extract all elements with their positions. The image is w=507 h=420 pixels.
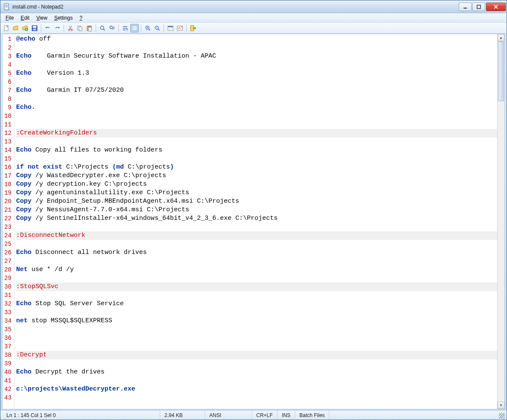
menu-edit[interactable]: Edit xyxy=(17,14,33,22)
browse-icon[interactable] xyxy=(21,24,29,32)
titlebar[interactable]: install.cmd - Notepad2 xyxy=(0,0,507,13)
code-line[interactable]: Echo Stop SQL Server Service xyxy=(16,300,503,308)
code-line[interactable] xyxy=(16,334,503,342)
cut-icon[interactable] xyxy=(66,24,75,32)
code-line[interactable]: Copy /y Endpoint_Setup.MBEndpointAgent.x… xyxy=(16,197,503,206)
line-number: 7 xyxy=(4,86,12,95)
undo-icon[interactable] xyxy=(44,24,52,32)
code-line[interactable]: :StopSQLSvc xyxy=(16,283,503,291)
scroll-down-button[interactable]: ▼ xyxy=(498,402,504,409)
code-line[interactable] xyxy=(16,223,503,231)
code-line[interactable]: if not exist C:\Projects (md C:\projects… xyxy=(16,163,503,172)
code-line[interactable] xyxy=(16,78,503,86)
editor[interactable]: 1234567891011121314151617181920212223242… xyxy=(2,34,505,409)
zoom-in-icon[interactable] xyxy=(144,24,152,32)
paste-icon[interactable] xyxy=(85,24,94,32)
replace-icon[interactable] xyxy=(108,24,116,32)
statusbar: Ln 1 : 145 Col 1 Sel 0 2.94 KB ANSI CR+L… xyxy=(0,410,507,420)
vertical-scrollbar[interactable]: ▲ ▼ xyxy=(497,34,504,409)
resize-grip-icon[interactable] xyxy=(499,413,505,419)
code-line[interactable] xyxy=(16,120,503,129)
code-line[interactable]: @echo off xyxy=(16,35,503,44)
code-line[interactable] xyxy=(16,112,503,120)
code-line[interactable] xyxy=(16,342,503,351)
menu-help[interactable]: ? xyxy=(76,14,86,22)
code-line[interactable]: :CreateWorkingFolders xyxy=(16,129,503,137)
app-window: install.cmd - Notepad2 File Edit View Se… xyxy=(0,0,507,420)
code-line[interactable] xyxy=(16,257,503,265)
line-number: 22 xyxy=(4,214,12,223)
code-line[interactable] xyxy=(16,325,503,334)
code-line[interactable]: Echo Version 1.3 xyxy=(16,69,503,78)
line-number: 39 xyxy=(4,359,12,368)
menu-view[interactable]: View xyxy=(33,14,51,22)
menu-file[interactable]: File xyxy=(2,14,17,22)
wordwrap-icon[interactable] xyxy=(121,24,129,32)
menu-settings[interactable]: Settings xyxy=(51,14,76,22)
code-line[interactable]: Copy /y decryption.key C:\projects xyxy=(16,180,503,189)
code-line[interactable]: Copy /y agentuninstallutility.exe C:\Pro… xyxy=(16,189,503,197)
maximize-button[interactable] xyxy=(472,3,485,11)
redo-icon[interactable] xyxy=(53,24,62,32)
status-eol[interactable]: CR+LF xyxy=(252,411,278,420)
code-area[interactable]: @echo off Echo Garmin Security Software … xyxy=(15,34,504,409)
line-number: 35 xyxy=(4,325,12,334)
code-line[interactable] xyxy=(16,376,503,385)
code-line[interactable]: Echo. xyxy=(16,103,503,112)
code-line[interactable] xyxy=(16,240,503,248)
status-lexer[interactable]: Batch Files xyxy=(295,411,329,420)
close-button[interactable] xyxy=(486,3,506,11)
line-number: 12 xyxy=(4,129,12,137)
status-filesize: 2.94 KB xyxy=(160,411,205,420)
line-number: 10 xyxy=(4,112,12,120)
scroll-track[interactable] xyxy=(498,41,504,402)
exit-icon[interactable] xyxy=(189,24,197,32)
code-line[interactable]: Echo Copy all files to working folders xyxy=(16,146,503,155)
svg-rect-4 xyxy=(463,8,467,9)
code-line[interactable]: Echo Disconnect all network drives xyxy=(16,248,503,257)
code-line[interactable]: Echo Decrypt the drives xyxy=(16,368,503,376)
code-line[interactable] xyxy=(16,359,503,368)
save-icon[interactable] xyxy=(30,24,39,32)
code-line[interactable] xyxy=(16,394,503,402)
line-number: 36 xyxy=(4,334,12,342)
code-line[interactable] xyxy=(16,44,503,52)
new-file-icon[interactable] xyxy=(2,24,11,32)
code-line[interactable] xyxy=(16,291,503,300)
code-line[interactable]: net stop MSSQL$SQLEXPRESS xyxy=(16,317,503,325)
line-number: 28 xyxy=(4,265,12,274)
code-line[interactable]: Echo Garmin IT 07/25/2020 xyxy=(16,86,503,95)
line-number: 26 xyxy=(4,248,12,257)
zoom-out-icon[interactable] xyxy=(153,24,161,32)
code-line[interactable]: Copy /y NessusAgent-7.7.0-x64.msi C:\Pro… xyxy=(16,206,503,214)
guides-icon[interactable] xyxy=(130,24,139,32)
code-line[interactable] xyxy=(16,308,503,317)
svg-rect-5 xyxy=(477,5,481,9)
code-line[interactable]: Echo Garmin Security Software Installati… xyxy=(16,52,503,61)
scroll-up-button[interactable]: ▲ xyxy=(498,34,504,41)
code-line[interactable] xyxy=(16,95,503,103)
status-insert-mode[interactable]: INS xyxy=(278,411,295,420)
svg-rect-3 xyxy=(5,7,8,7)
code-line[interactable] xyxy=(16,274,503,283)
copy-icon[interactable] xyxy=(76,24,84,32)
code-line[interactable]: :DisconnectNetwork xyxy=(16,231,503,240)
code-line[interactable]: Copy /y WastedDecrypter.exe C:\projects xyxy=(16,172,503,180)
app-icon xyxy=(3,3,10,10)
find-icon[interactable] xyxy=(98,24,107,32)
code-line[interactable]: c:\projects\WastedDecrypter.exe xyxy=(16,385,503,394)
code-line[interactable] xyxy=(16,137,503,146)
code-line[interactable] xyxy=(16,155,503,163)
code-line[interactable] xyxy=(16,61,503,69)
code-line[interactable]: Copy /y SentinelInstaller-x64_windows_64… xyxy=(16,214,503,223)
scheme-icon[interactable] xyxy=(166,24,175,32)
minimize-button[interactable] xyxy=(459,3,472,11)
customize-icon[interactable] xyxy=(176,24,184,32)
open-file-icon[interactable] xyxy=(12,24,20,32)
toolbar-separator xyxy=(64,24,64,32)
code-line[interactable]: Net use * /d /y xyxy=(16,265,503,274)
status-encoding[interactable]: ANSI xyxy=(205,411,252,420)
line-number: 9 xyxy=(4,103,12,112)
code-line[interactable]: :Decrypt xyxy=(16,351,503,359)
scroll-thumb[interactable] xyxy=(498,41,504,101)
